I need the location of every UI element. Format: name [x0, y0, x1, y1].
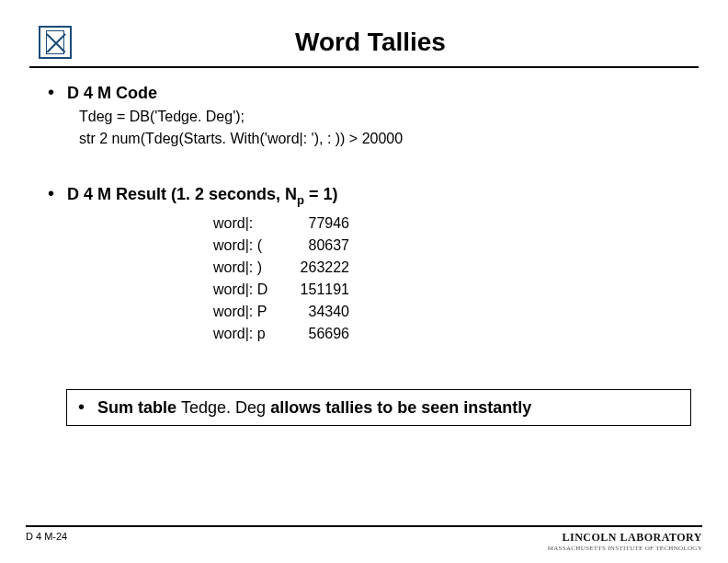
section-result: • D 4 M Result (1. 2 seconds, Np = 1) wo…	[48, 184, 699, 345]
table-row: word|: D 151191	[213, 279, 699, 301]
result-val: 151191	[283, 279, 349, 301]
slide-title: Word Tallies	[88, 28, 653, 57]
page-number: D 4 M-24	[26, 531, 67, 542]
result-key: word|: p	[213, 323, 283, 345]
result-key: word|: )	[213, 257, 283, 279]
logo-icon	[39, 26, 72, 59]
table-row: word|: p 56696	[213, 323, 699, 345]
result-val: 56696	[283, 323, 349, 345]
heading-prefix: D 4 M Result (1. 2 seconds, N	[67, 185, 297, 203]
body: • D 4 M Code Tdeg = DB('Tedge. Deg'); st…	[29, 83, 699, 426]
table-row: word|: 77946	[213, 213, 699, 235]
result-val: 80637	[283, 235, 349, 257]
bullet-icon: •	[78, 397, 85, 416]
result-key: word|: D	[213, 279, 283, 301]
lab-block: LINCOLN LABORATORY MASSACHUSETTS INSTITU…	[548, 531, 702, 552]
summary-box: • Sum table Tedge. Deg allows tallies to…	[66, 389, 691, 426]
section-code: • D 4 M Code Tdeg = DB('Tedge. Deg'); st…	[48, 83, 699, 147]
result-key: word|:	[213, 213, 283, 235]
summary-prefix: Sum table	[97, 398, 181, 417]
section-heading: D 4 M Result (1. 2 seconds, Np = 1)	[67, 185, 338, 207]
summary-mid: Tedge. Deg	[181, 398, 270, 417]
header: Word Tallies	[29, 26, 699, 68]
footer: D 4 M-24 LINCOLN LABORATORY MASSACHUSETT…	[26, 525, 702, 552]
result-key: word|: (	[213, 235, 283, 257]
result-key: word|: P	[213, 301, 283, 323]
bullet-icon: •	[48, 83, 54, 101]
bullet-icon: •	[48, 184, 54, 202]
table-row: word|: ) 263222	[213, 257, 699, 279]
table-row: word|: ( 80637	[213, 235, 699, 257]
bullet-row: • D 4 M Code	[48, 83, 699, 103]
result-val: 263222	[283, 257, 349, 279]
lab-name: LINCOLN LABORATORY	[548, 531, 702, 545]
heading-subscript: p	[297, 193, 304, 207]
code-line: Tdeg = DB('Tedge. Deg');	[79, 109, 699, 125]
summary-suffix: allows tallies to be seen instantly	[270, 398, 531, 417]
lab-subtitle: MASSACHUSETTS INSTITUTE OF TECHNOLOGY	[548, 545, 702, 552]
heading-suffix: = 1)	[304, 185, 338, 203]
slide: Word Tallies • D 4 M Code Tdeg = DB('Ted…	[0, 0, 728, 563]
result-table: word|: 77946 word|: ( 80637 word|: ) 263…	[213, 213, 699, 345]
summary-text: Sum table Tedge. Deg allows tallies to b…	[97, 398, 531, 418]
table-row: word|: P 34340	[213, 301, 699, 323]
result-val: 34340	[283, 301, 349, 323]
bullet-row: • Sum table Tedge. Deg allows tallies to…	[78, 397, 679, 418]
code-line: str 2 num(Tdeg(Starts. With('word|: '), …	[79, 131, 699, 147]
section-heading: D 4 M Code	[67, 84, 157, 103]
bullet-row: • D 4 M Result (1. 2 seconds, Np = 1)	[48, 184, 699, 207]
result-val: 77946	[283, 213, 349, 235]
